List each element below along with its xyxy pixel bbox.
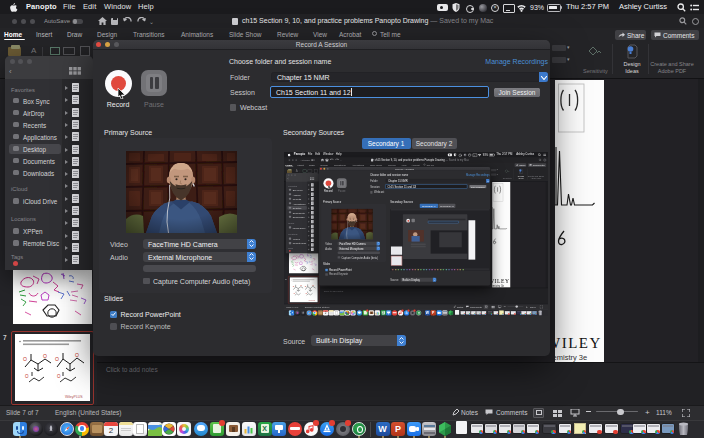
svg-text:O: O	[57, 374, 61, 379]
svg-text:WileyPLUS: WileyPLUS	[65, 395, 83, 399]
svg-text:O: O	[75, 352, 79, 358]
svg-text:O: O	[55, 356, 59, 362]
svg-text:O: O	[43, 353, 47, 359]
svg-text:WILEY: WILEY	[555, 335, 602, 351]
svg-text:Chemistry 3e: Chemistry 3e	[555, 353, 587, 362]
svg-text:O: O	[23, 356, 27, 362]
svg-text:O: O	[25, 374, 29, 379]
svg-text:WILEY: WILEY	[492, 278, 510, 284]
svg-text:WileyPLUS: WileyPLUS	[308, 300, 315, 301]
